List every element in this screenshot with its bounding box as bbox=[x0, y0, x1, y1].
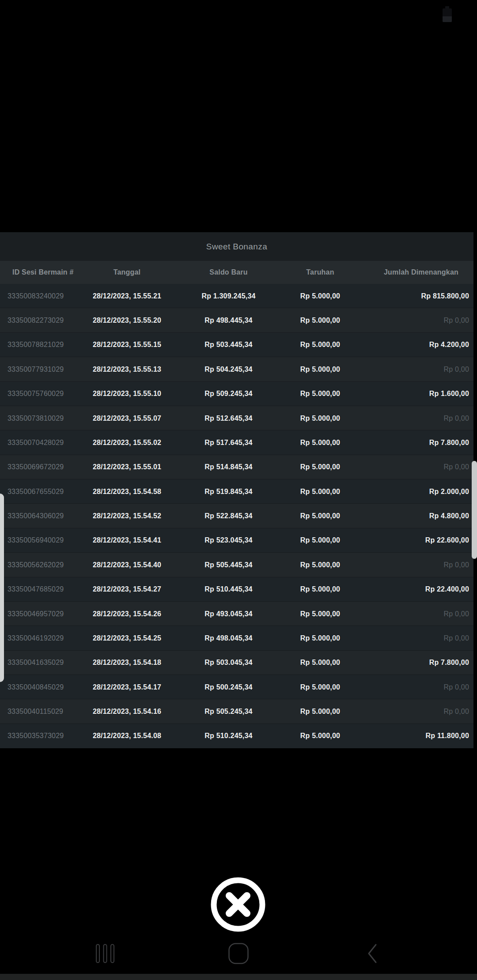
cell-amount-won: Rp 0,00 bbox=[353, 602, 473, 626]
cell-new-balance: Rp 504.245,34 bbox=[170, 357, 287, 381]
table-row: 33350067655029 28/12/2023, 15.54.58 Rp 5… bbox=[0, 479, 473, 504]
cell-new-balance: Rp 503.445,34 bbox=[170, 333, 287, 357]
cell-bet: Rp 5.000,00 bbox=[287, 699, 353, 724]
cell-new-balance: Rp 498.445,34 bbox=[170, 308, 287, 332]
cell-new-balance: Rp 505.445,34 bbox=[170, 553, 287, 577]
cell-session-id: 33350046957029 bbox=[0, 602, 84, 626]
cell-new-balance: Rp 1.309.245,34 bbox=[170, 284, 287, 308]
cell-bet: Rp 5.000,00 bbox=[287, 577, 353, 602]
nav-recents-button[interactable] bbox=[93, 940, 117, 967]
cell-amount-won: Rp 0,00 bbox=[353, 699, 473, 724]
col-header-new-balance: Saldo Baru bbox=[170, 261, 287, 284]
cell-bet: Rp 5.000,00 bbox=[287, 333, 353, 357]
col-header-date: Tanggal bbox=[84, 261, 170, 284]
cell-date: 28/12/2023, 15.55.15 bbox=[84, 333, 170, 357]
cell-session-id: 33350069672029 bbox=[0, 455, 84, 479]
battery-level-fill bbox=[443, 16, 452, 22]
table-row: 33350040115029 28/12/2023, 15.54.16 Rp 5… bbox=[0, 699, 473, 724]
cell-bet: Rp 5.000,00 bbox=[287, 553, 353, 577]
cell-session-id: 33350070428029 bbox=[0, 430, 84, 455]
recents-bars-icon bbox=[95, 943, 115, 964]
cell-amount-won: Rp 0,00 bbox=[353, 553, 473, 577]
table-row: 33350077931029 28/12/2023, 15.55.13 Rp 5… bbox=[0, 357, 473, 381]
cell-date: 28/12/2023, 15.54.41 bbox=[84, 528, 170, 553]
cell-new-balance: Rp 503.045,34 bbox=[170, 651, 287, 675]
back-chevron-icon bbox=[365, 943, 379, 964]
cell-amount-won: Rp 0,00 bbox=[353, 675, 473, 699]
cell-amount-won: Rp 0,00 bbox=[353, 308, 473, 332]
cell-new-balance: Rp 498.045,34 bbox=[170, 626, 287, 650]
nav-home-button[interactable] bbox=[226, 940, 251, 967]
cell-session-id: 33350073810029 bbox=[0, 406, 84, 430]
cell-new-balance: Rp 493.045,34 bbox=[170, 602, 287, 626]
col-header-bet: Taruhan bbox=[287, 261, 353, 284]
cell-amount-won: Rp 0,00 bbox=[353, 357, 473, 381]
table-row: 33350069672029 28/12/2023, 15.55.01 Rp 5… bbox=[0, 455, 473, 479]
cell-new-balance: Rp 522.845,34 bbox=[170, 504, 287, 528]
cell-amount-won: Rp 0,00 bbox=[353, 455, 473, 479]
cell-amount-won: Rp 815.800,00 bbox=[353, 284, 473, 308]
cell-date: 28/12/2023, 15.54.26 bbox=[84, 602, 170, 626]
table-row: 33350047685029 28/12/2023, 15.54.27 Rp 5… bbox=[0, 577, 473, 602]
table-row: 33350056940029 28/12/2023, 15.54.41 Rp 5… bbox=[0, 528, 473, 553]
cell-date: 28/12/2023, 15.55.13 bbox=[84, 357, 170, 381]
cell-session-id: 33350078821029 bbox=[0, 333, 84, 357]
cell-amount-won: Rp 4.800,00 bbox=[353, 504, 473, 528]
cell-bet: Rp 5.000,00 bbox=[287, 308, 353, 332]
cell-session-id: 33350041635029 bbox=[0, 651, 84, 675]
cell-session-id: 33350082273029 bbox=[0, 308, 84, 332]
cell-date: 28/12/2023, 15.54.40 bbox=[84, 553, 170, 577]
cell-session-id: 33350040115029 bbox=[0, 699, 84, 724]
cell-date: 28/12/2023, 15.54.52 bbox=[84, 504, 170, 528]
cell-bet: Rp 5.000,00 bbox=[287, 724, 353, 748]
cell-amount-won: Rp 22.400,00 bbox=[353, 577, 473, 602]
sheet-title: Sweet Bonanza bbox=[0, 232, 473, 261]
cell-date: 28/12/2023, 15.54.08 bbox=[84, 724, 170, 748]
cell-new-balance: Rp 519.845,34 bbox=[170, 479, 287, 504]
cell-amount-won: Rp 2.000,00 bbox=[353, 479, 473, 504]
table-row: 33350046957029 28/12/2023, 15.54.26 Rp 4… bbox=[0, 602, 473, 626]
cell-session-id: 33350056940029 bbox=[0, 528, 84, 553]
cell-date: 28/12/2023, 15.55.21 bbox=[84, 284, 170, 308]
cell-amount-won: Rp 11.800,00 bbox=[353, 724, 473, 748]
table-row: 33350035373029 28/12/2023, 15.54.08 Rp 5… bbox=[0, 724, 473, 748]
game-history-sheet: Sweet Bonanza ID Sesi Bermain # Tanggal … bbox=[0, 232, 473, 748]
cell-session-id: 33350067655029 bbox=[0, 479, 84, 504]
table-row: 33350073810029 28/12/2023, 15.55.07 Rp 5… bbox=[0, 406, 473, 430]
table-row: 33350040845029 28/12/2023, 15.54.17 Rp 5… bbox=[0, 675, 473, 699]
cell-new-balance: Rp 523.045,34 bbox=[170, 528, 287, 553]
close-button[interactable] bbox=[208, 874, 268, 935]
cell-amount-won: Rp 22.600,00 bbox=[353, 528, 473, 553]
close-x-icon bbox=[208, 874, 268, 935]
cell-bet: Rp 5.000,00 bbox=[287, 357, 353, 381]
col-header-session-id: ID Sesi Bermain # bbox=[0, 261, 84, 284]
col-header-amount-won: Jumlah Dimenangkan bbox=[353, 261, 473, 284]
table-row: 33350056262029 28/12/2023, 15.54.40 Rp 5… bbox=[0, 553, 473, 577]
cell-date: 28/12/2023, 15.54.27 bbox=[84, 577, 170, 602]
cell-bet: Rp 5.000,00 bbox=[287, 382, 353, 406]
table-row: 33350070428029 28/12/2023, 15.55.02 Rp 5… bbox=[0, 430, 473, 455]
battery-icon bbox=[443, 8, 452, 22]
cell-amount-won: Rp 7.800,00 bbox=[353, 430, 473, 455]
history-table-body[interactable]: 33350083240029 28/12/2023, 15.55.21 Rp 1… bbox=[0, 284, 473, 748]
cell-new-balance: Rp 500.245,34 bbox=[170, 675, 287, 699]
table-row: 33350046192029 28/12/2023, 15.54.25 Rp 4… bbox=[0, 626, 473, 650]
cell-bet: Rp 5.000,00 bbox=[287, 626, 353, 650]
cell-session-id: 33350064306029 bbox=[0, 504, 84, 528]
cell-bet: Rp 5.000,00 bbox=[287, 651, 353, 675]
cell-date: 28/12/2023, 15.54.16 bbox=[84, 699, 170, 724]
phone-screen: Sweet Bonanza ID Sesi Bermain # Tanggal … bbox=[0, 0, 477, 980]
cell-date: 28/12/2023, 15.55.07 bbox=[84, 406, 170, 430]
screen-bottom-strip bbox=[0, 974, 477, 980]
cell-amount-won: Rp 7.800,00 bbox=[353, 651, 473, 675]
vertical-scrollbar-thumb[interactable] bbox=[472, 461, 477, 559]
nav-back-button[interactable] bbox=[360, 940, 384, 967]
table-row: 33350041635029 28/12/2023, 15.54.18 Rp 5… bbox=[0, 651, 473, 675]
cell-new-balance: Rp 517.645,34 bbox=[170, 430, 287, 455]
cell-new-balance: Rp 512.645,34 bbox=[170, 406, 287, 430]
cell-date: 28/12/2023, 15.54.58 bbox=[84, 479, 170, 504]
cell-amount-won: Rp 1.600,00 bbox=[353, 382, 473, 406]
cell-bet: Rp 5.000,00 bbox=[287, 406, 353, 430]
left-scroll-handle[interactable] bbox=[0, 494, 4, 682]
battery-nub bbox=[445, 6, 449, 8]
